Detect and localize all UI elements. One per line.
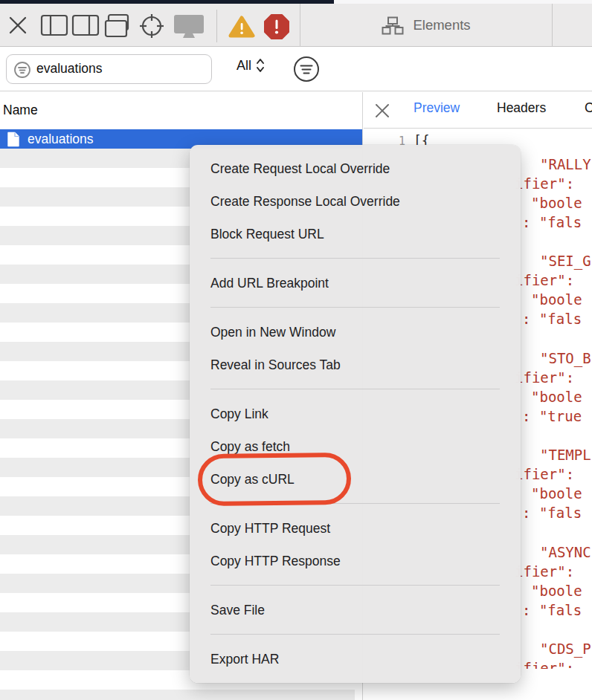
scope-select-label: All (237, 58, 251, 74)
code-fragment: ifier": (515, 369, 574, 386)
tab-preview[interactable]: Preview (414, 100, 460, 116)
inspector-toolbar: Elements (0, 4, 592, 47)
tab-elements-label: Elements (413, 17, 470, 33)
device-screen-icon[interactable] (173, 13, 205, 40)
code-fragment: : "fals (522, 602, 582, 618)
code-fragment: ifier": (515, 466, 574, 482)
web-inspector-window: Elements All Name (0, 0, 592, 700)
menu-item-copy-http-response[interactable]: Copy HTTP Response (190, 545, 521, 577)
filter-circle-icon (13, 61, 31, 79)
annotation-circle (198, 453, 352, 506)
code-fragment: "boole (531, 291, 582, 308)
tab-separator (552, 4, 553, 47)
scope-select[interactable]: All (237, 57, 265, 74)
element-picker-icon[interactable] (137, 11, 167, 41)
document-icon (7, 132, 20, 147)
close-icon[interactable] (7, 15, 28, 36)
code-fragment: ifier": (515, 660, 574, 676)
network-filter-bar: All (0, 48, 592, 91)
menu-item-copy-http-request[interactable]: Copy HTTP Request (190, 512, 521, 545)
code-fragment: "SEI_G (540, 253, 591, 269)
code-fragment: ifier": (515, 175, 574, 192)
code-fragment: "boole (531, 583, 582, 599)
tab-headers[interactable]: Headers (497, 100, 546, 116)
menu-item-export-har[interactable]: Export HAR (190, 643, 521, 675)
code-fragment: "boole (531, 195, 582, 211)
code-fragment: : "true (522, 408, 582, 424)
menu-separator (210, 585, 500, 586)
menu-item-add-url-breakpoint[interactable]: Add URL Breakpoint (190, 267, 521, 299)
detail-tab-bar: Preview Headers C (364, 92, 592, 128)
menu-item-reveal-in-sources-tab[interactable]: Reveal in Sources Tab (190, 349, 521, 381)
code-fragment: "STO_B (540, 350, 591, 366)
code-fragment: "RALLY (540, 156, 591, 172)
tab-cascade-icon[interactable] (104, 13, 134, 39)
code-fragment: "boole (531, 389, 582, 405)
tab-elements[interactable]: Elements (300, 4, 552, 47)
network-row-label: evaluations (28, 132, 94, 147)
filter-options-button[interactable] (292, 55, 321, 83)
code-fragment: "CDS_P (540, 641, 591, 657)
menu-separator (210, 258, 500, 259)
column-header-name[interactable]: Name (3, 103, 38, 118)
search-input[interactable] (36, 55, 206, 82)
error-icon[interactable] (263, 13, 290, 40)
close-detail-icon[interactable] (375, 103, 390, 118)
code-fragment: : "fals (522, 505, 582, 521)
code-fragment: "ASYNC (540, 544, 591, 560)
network-row-stripe[interactable] (0, 690, 355, 700)
menu-item-block-request-url[interactable]: Block Request URL (190, 218, 521, 250)
stepper-chevrons-icon (256, 57, 265, 74)
menu-separator (210, 307, 500, 308)
code-fragment: : "fals (522, 214, 582, 230)
code-fragment: "boole (531, 485, 582, 502)
search-input-box[interactable] (6, 54, 212, 84)
menu-separator (210, 389, 500, 389)
panel-left-icon[interactable] (40, 14, 68, 36)
hierarchy-icon (382, 16, 404, 35)
menu-item-open-in-new-window[interactable]: Open in New Window (190, 316, 521, 349)
code-fragment: ifier": (515, 563, 574, 580)
menu-separator (210, 634, 500, 635)
tab-bar-divider (364, 128, 592, 129)
menu-item-copy-link[interactable]: Copy Link (190, 398, 521, 430)
panel-right-icon[interactable] (71, 14, 100, 36)
code-fragment: : "fals (522, 311, 582, 327)
code-fragment: ifier": (515, 272, 574, 288)
toolbar-divider (216, 10, 217, 42)
context-menu: Create Request Local OverrideCreate Resp… (190, 145, 521, 683)
code-fragment: "TEMPL (540, 447, 591, 463)
tab-clipped[interactable]: C (585, 100, 592, 116)
warning-icon[interactable] (228, 15, 256, 39)
menu-item-create-request-local-override[interactable]: Create Request Local Override (190, 152, 521, 185)
menu-item-save-file[interactable]: Save File (190, 594, 521, 626)
menu-item-create-response-local-override[interactable]: Create Response Local Override (190, 185, 521, 218)
